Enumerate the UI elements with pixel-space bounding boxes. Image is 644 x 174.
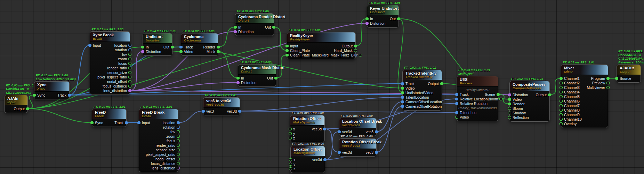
node-rot_off_break[interactable]: FT: 0.00 ms FPS: 0.00Rotation Offset Bre… [339, 138, 377, 157]
wire-cyc_render_distort-to-realitykeyer[interactable] [274, 27, 287, 51]
pin-vec3d[interactable] [238, 110, 241, 113]
pin-distortion[interactable] [508, 93, 511, 96]
node-xync_break[interactable]: FT: 0.01 ms FPS: 1.06Xync BreakBreakInpu… [90, 31, 130, 95]
wire-rot_off-to-rot_off_break[interactable] [325, 129, 339, 152]
pin-input[interactable] [285, 45, 289, 47]
pin-relative-rotation[interactable] [455, 102, 458, 105]
pin-output[interactable] [26, 107, 29, 110]
pin-sensor-size[interactable] [177, 149, 180, 151]
node-freed[interactable]: FT: 0.09 ms FPS: 1.01FreeDFreeDSyncTrack [92, 109, 127, 127]
pin-hard-mask[interactable] [354, 49, 357, 52]
pin-render[interactable] [217, 46, 220, 48]
pin-y[interactable] [289, 163, 292, 166]
pin-focus-distance[interactable] [177, 162, 180, 165]
pin-location[interactable] [177, 121, 180, 124]
pin-distortion[interactable] [234, 30, 237, 33]
pin-focus[interactable] [128, 62, 131, 65]
wire-cyclorama-to-cyc_mask_distort[interactable] [218, 52, 238, 78]
pin-video[interactable] [508, 98, 511, 101]
pin-vec3[interactable] [202, 110, 205, 113]
pin-vec3d[interactable] [323, 128, 326, 130]
pin-undistortedvideo[interactable] [401, 91, 404, 94]
node-loc_off_break[interactable]: FT: 0.00 ms FPS: 0.00Location Offset Bre… [339, 118, 377, 136]
pin-channel4[interactable] [560, 91, 563, 93]
pin-fov[interactable] [128, 53, 131, 56]
pin-in[interactable] [365, 17, 369, 20]
node-keyer_undistort[interactable]: FT: 0.02 ms FPS: 1.06Keyer UndistortUndi… [367, 5, 399, 28]
wire-xync_break-to-cyc_mask_distort[interactable] [130, 83, 238, 91]
wire-ajain-to-freed[interactable] [28, 109, 92, 123]
pin-sync[interactable] [90, 121, 94, 124]
wire-cyclorama-to-cyc_render_distort[interactable] [218, 27, 235, 47]
pin-shadow[interactable] [508, 112, 511, 114]
node-realitykeyer[interactable]: FT: 0.04 ms FPS: 1.06RealityKeyerReality… [287, 32, 356, 59]
pin-channel7[interactable] [560, 104, 563, 107]
pin-focus-distance[interactable] [128, 85, 131, 88]
pin-output[interactable] [548, 93, 551, 96]
pin-rotation[interactable] [128, 48, 131, 51]
node-v3v3d[interactable]: FT: 0.00 ms FPS: 1.01vec3 to vec3dvec3-v… [203, 97, 240, 115]
pin-distortion[interactable] [365, 22, 369, 25]
pin-preview[interactable] [606, 82, 610, 84]
pin-bloom[interactable] [508, 107, 511, 110]
pin-zoom[interactable] [177, 135, 180, 138]
pin-track[interactable] [125, 121, 128, 124]
pin-source[interactable] [615, 77, 618, 80]
pin-channel10[interactable] [560, 118, 563, 121]
wire-ajain-to-xync[interactable] [28, 95, 34, 109]
node-cyclorama[interactable]: FT: 0.04 ms FPS: 1.06CycloramaCycloramaT… [181, 33, 218, 56]
pin-clean-plate[interactable] [285, 49, 289, 52]
pin-track[interactable] [455, 93, 458, 96]
pin-out[interactable] [272, 26, 275, 29]
pin-scene[interactable] [497, 93, 500, 96]
pin-y[interactable] [289, 132, 292, 135]
wire-xync_break-to-cp[interactable] [130, 91, 510, 95]
pin-sync[interactable] [33, 94, 36, 97]
pin-vec3[interactable] [375, 151, 378, 154]
pin-out[interactable] [171, 46, 174, 48]
node-rot_off[interactable]: FT: 0.01 ms FPS: 0.00Rotation OffsetMake… [290, 115, 325, 142]
pin-talent-loc[interactable] [455, 111, 458, 114]
pin-sensor-size[interactable] [128, 71, 131, 74]
pin-overlay[interactable] [560, 122, 563, 125]
node-ajaout[interactable]: FT: 0.00 ms FPS: 1.01Corvid44 8K - 0Ch2 … [617, 65, 641, 83]
node-loc_off[interactable]: FT: 0.01 ms FPS: 0.00Location OffsetMake… [290, 146, 325, 173]
pin-pixel-aspect-ratio[interactable] [177, 153, 180, 156]
pin-hard-mask-horz-blur[interactable] [359, 54, 362, 56]
pin-zoom[interactable] [128, 58, 131, 60]
node-ues[interactable]: FT: 0.03 ms FPS: 1.01MainLevelUESProcess… [457, 76, 498, 121]
pin-vec3[interactable] [375, 130, 378, 133]
pin-channel3[interactable] [560, 86, 563, 89]
pin-input[interactable] [88, 44, 91, 47]
wire-loc_off-to-loc_off_break[interactable] [325, 132, 339, 160]
pin-in[interactable] [234, 26, 237, 29]
pin-output[interactable] [440, 82, 443, 85]
node-cyc_render_distort[interactable]: FT: 0.01 ms FPS: 1.06Cyclorama Render Di… [235, 13, 274, 36]
pin-x[interactable] [289, 158, 292, 161]
node-xync[interactable]: FT: 0.10 ms FPS: 1.06Low Network Jitter … [34, 81, 70, 99]
node-cp[interactable]: FT: 0.02 ms FPS: 1.01CompositePassesComp… [509, 81, 550, 122]
pin-input[interactable] [137, 121, 140, 124]
pin-vec3d[interactable] [323, 158, 327, 161]
wire-v3v3d-to-ttf[interactable] [240, 97, 403, 111]
node-ttf[interactable]: FT: 0.02 ms FPS: 1.01TrackedTalentFlyTra… [402, 70, 442, 111]
wire-xync_break-to-undistort[interactable] [130, 52, 143, 91]
wire-v3v3d-to-ues[interactable] [240, 111, 457, 113]
pin-lens-distortion[interactable] [177, 167, 180, 169]
pin-clean-plate-mask[interactable] [285, 54, 289, 56]
pin-channel8[interactable] [560, 109, 563, 112]
pin-track[interactable] [401, 82, 404, 85]
pin-program[interactable] [606, 77, 610, 80]
node-undistort[interactable]: FT: 0.04 ms FPS: 1.06UndistortUndistortI… [143, 33, 172, 56]
pin-render[interactable] [508, 103, 511, 105]
node-cyc_mask_distort[interactable]: FT: 0.01 ms FPS: 1.06Cyclorama Mask Dist… [238, 64, 276, 87]
pin-channel9[interactable] [560, 113, 563, 116]
pin-channel6[interactable] [560, 100, 563, 103]
pin-output[interactable] [354, 45, 357, 47]
pin-video[interactable] [455, 116, 458, 119]
pin-pixel-aspect-ratio[interactable] [128, 76, 131, 78]
wire-freed_break-to-v3v3d[interactable] [178, 111, 203, 123]
pin-mask[interactable] [217, 50, 220, 53]
pin-relative-location[interactable] [455, 98, 458, 100]
pin-nodal-offset[interactable] [177, 158, 180, 160]
